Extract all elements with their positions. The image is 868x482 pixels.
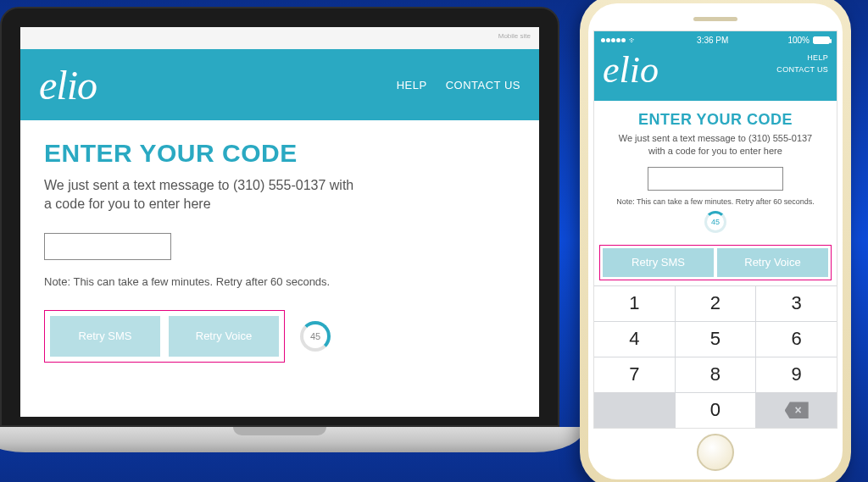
desktop-nav: HELP CONTACT US	[397, 79, 520, 91]
mobile-body: ENTER YOUR CODE We just sent a text mess…	[594, 101, 837, 240]
key-6[interactable]: 6	[756, 322, 837, 357]
code-input[interactable]	[44, 233, 171, 260]
desktop-top-strip: Mobile site	[20, 27, 539, 49]
battery-pct: 100%	[787, 36, 810, 45]
status-left: ᯤ	[601, 36, 637, 45]
page-title: ENTER YOUR CODE	[44, 139, 515, 168]
retry-voice-button[interactable]: Retry Voice	[717, 248, 828, 277]
numeric-keypad: 1 2 3 4 5 6 7 8 9 0	[594, 285, 837, 428]
countdown-value: 45	[303, 324, 327, 348]
retry-sms-button[interactable]: Retry SMS	[50, 316, 160, 357]
key-3[interactable]: 3	[756, 286, 837, 321]
mobile-header: elio HELP CONTACT US	[594, 48, 837, 101]
retry-voice-button[interactable]: Retry Voice	[169, 316, 279, 357]
phone-mock: ᯤ 3:36 PM 100% elio HELP CONTACT US	[580, 0, 851, 482]
home-button[interactable]	[697, 434, 734, 471]
countdown-value: 45	[711, 218, 720, 226]
phone-speaker-area	[588, 3, 843, 30]
key-5[interactable]: 5	[676, 322, 756, 357]
key-2[interactable]: 2	[676, 286, 756, 321]
status-right: 100%	[787, 36, 830, 45]
status-bar: ᯤ 3:36 PM 100%	[594, 31, 837, 48]
laptop-notch	[233, 427, 326, 435]
nav-help[interactable]: HELP	[776, 52, 828, 64]
laptop-base	[0, 427, 585, 452]
key-8[interactable]: 8	[676, 357, 756, 392]
key-backspace[interactable]	[756, 393, 837, 428]
desktop-actions: Retry SMS Retry Voice 45	[44, 310, 515, 363]
code-input[interactable]	[648, 167, 783, 191]
key-blank	[594, 393, 675, 428]
retry-button-group: Retry SMS Retry Voice	[44, 310, 285, 363]
page-title: ENTER YOUR CODE	[609, 111, 821, 129]
brand-logo: elio	[603, 52, 659, 89]
phone-speaker	[693, 17, 737, 21]
signal-icon	[601, 38, 626, 42]
wifi-icon: ᯤ	[629, 36, 637, 45]
retry-note: Note: This can take a few minutes. Retry…	[44, 275, 515, 288]
nav-contact[interactable]: CONTACT US	[776, 64, 828, 75]
phone-body: ᯤ 3:36 PM 100% elio HELP CONTACT US	[580, 0, 851, 482]
key-7[interactable]: 7	[594, 357, 675, 392]
phone-inner: ᯤ 3:36 PM 100% elio HELP CONTACT US	[588, 3, 843, 479]
key-1[interactable]: 1	[594, 286, 675, 321]
page-subtitle: We just sent a text message to (310) 555…	[44, 176, 358, 214]
countdown-timer: 45	[300, 321, 331, 352]
key-9[interactable]: 9	[756, 357, 837, 392]
laptop-mock: Mobile site elio HELP CONTACT US ENTER Y…	[0, 7, 559, 452]
key-4[interactable]: 4	[594, 322, 675, 357]
top-strip-link[interactable]: Mobile site	[498, 32, 531, 40]
nav-contact[interactable]: CONTACT US	[446, 79, 520, 91]
key-0[interactable]: 0	[676, 393, 756, 428]
status-time: 3:36 PM	[697, 36, 728, 45]
brand-logo: elio	[39, 62, 97, 108]
desktop-screen: Mobile site elio HELP CONTACT US ENTER Y…	[20, 27, 539, 417]
battery-icon	[813, 36, 830, 44]
retry-sms-button[interactable]: Retry SMS	[603, 248, 714, 277]
retry-button-group: Retry SMS Retry Voice	[599, 245, 832, 280]
laptop-bezel: Mobile site elio HELP CONTACT US ENTER Y…	[0, 7, 559, 427]
nav-help[interactable]: HELP	[397, 79, 427, 91]
backspace-icon	[785, 402, 809, 418]
retry-note: Note: This can take a few minutes. Retry…	[609, 197, 821, 206]
page-subtitle: We just sent a text message to (310) 555…	[609, 132, 821, 158]
desktop-header: elio HELP CONTACT US	[20, 49, 539, 120]
mobile-nav: HELP CONTACT US	[776, 52, 828, 76]
countdown-timer: 45	[704, 211, 726, 233]
desktop-body: ENTER YOUR CODE We just sent a text mess…	[20, 120, 539, 381]
mobile-screen: ᯤ 3:36 PM 100% elio HELP CONTACT US	[593, 30, 837, 429]
